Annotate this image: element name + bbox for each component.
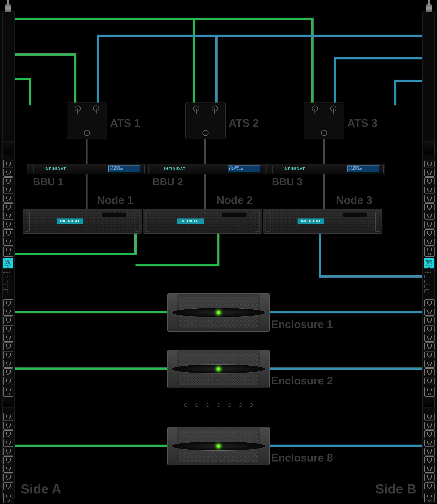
- pdu-b-display: HDOT ALT6 RACK PDU: [424, 258, 434, 268]
- ats-1-input-a: [75, 106, 81, 112]
- pdu-outlet: [424, 169, 435, 177]
- pdu-outlet: [3, 229, 13, 237]
- enclosure-2: [167, 350, 270, 388]
- pdu-outlet: [3, 377, 13, 385]
- pdu-outlet: [3, 247, 13, 257]
- pdu-outlet: [3, 342, 13, 350]
- pdu-outlet: [424, 221, 435, 229]
- bbu-2-label: BBU 2: [152, 176, 183, 187]
- pdu-outlet: [3, 160, 13, 168]
- pdu-outlet: [3, 221, 13, 229]
- enclosure-8-label: Enclosure 8: [271, 451, 333, 464]
- pdu-outlet: [424, 465, 435, 473]
- pdu-outlet: [424, 430, 435, 438]
- bbu-1: INFINIDAT APC MasterSmartUPS 1500: [27, 164, 146, 174]
- enclosure-8: [167, 427, 270, 465]
- enclosure-8-led-icon: [216, 444, 221, 449]
- ats-1-input-b: [93, 106, 99, 112]
- bbu-1-screen: APC MasterSmartUPS 1500: [109, 165, 140, 172]
- pdu-outlet: [424, 474, 435, 481]
- side-b-label: Side B: [375, 481, 416, 496]
- pdu-outlet: [3, 238, 13, 246]
- pdu-outlet: [3, 317, 13, 324]
- bbu-3-label: BBU 3: [272, 176, 302, 187]
- enclosure-1: [167, 293, 270, 332]
- side-a-label: Side A: [21, 481, 61, 496]
- pdu-outlet: [3, 430, 13, 438]
- pdu-outlet: [3, 482, 13, 490]
- pdu-outlet: [424, 377, 435, 385]
- node-2-brand: INFINIDAT: [177, 219, 204, 224]
- ats-2: [185, 103, 226, 139]
- node-3-label: Node 3: [336, 194, 372, 206]
- ats-2-output: [202, 130, 209, 136]
- pdu-outlet: [3, 368, 13, 376]
- pdu-outlet: [3, 360, 13, 368]
- pdu-outlet: [3, 493, 13, 503]
- ellipsis-dots: [180, 403, 257, 407]
- pdu-outlet: [424, 229, 435, 237]
- pdu-b-inlet: [426, 4, 432, 12]
- pdu-outlet: [424, 308, 435, 316]
- bbu-3-screen: APC MasterSmartUPS 1500: [348, 165, 379, 172]
- pdu-outlet: [424, 482, 435, 490]
- pdu-outlet: [3, 325, 13, 333]
- pdu-outlet: [424, 493, 435, 503]
- pdu-outlet: [424, 334, 435, 342]
- pdu-outlet: [424, 299, 435, 307]
- pdu-outlet: [3, 212, 13, 220]
- pdu-outlet: [3, 351, 13, 359]
- ats-2-input-a: [193, 106, 199, 112]
- pdu-side-b: HDOT ALT6 RACK PDU: [422, 11, 436, 499]
- pdu-outlet: [424, 439, 435, 447]
- pdu-outlet: [424, 186, 435, 194]
- node-3-brand: INFINIDAT: [298, 219, 324, 224]
- pdu-outlet: [3, 195, 13, 203]
- pdu-a-breaker-top: [3, 141, 13, 155]
- node-2-label: Node 2: [217, 194, 253, 206]
- pdu-outlet: [3, 422, 13, 429]
- ats-3-input-a: [312, 106, 318, 112]
- pdu-outlet: [424, 448, 435, 456]
- pdu-outlet: [3, 299, 13, 307]
- ats-2-label: ATS 2: [229, 116, 259, 129]
- pdu-outlet: [424, 342, 435, 350]
- node-1: INFINIDAT: [23, 209, 141, 233]
- ats-1-output: [84, 130, 90, 136]
- pdu-a-inlet: [5, 4, 11, 12]
- pdu-b-controls: [424, 271, 434, 294]
- ats-3-label: ATS 3: [347, 116, 377, 129]
- ats-1: [67, 103, 107, 139]
- ats-1-label: ATS 1: [110, 116, 140, 129]
- pdu-b-breaker-top: [424, 141, 435, 155]
- pdu-outlet: [3, 474, 13, 481]
- node-2: INFINIDAT: [143, 209, 262, 233]
- pdu-outlet: [424, 203, 435, 211]
- pdu-outlet: [3, 334, 13, 342]
- pdu-side-a: HDOT ALT6 RACK PDU: [1, 11, 15, 499]
- ats-3-input-b: [330, 106, 336, 112]
- pdu-outlet: [3, 203, 13, 211]
- bbu-3-brand: INFINIDAT: [283, 167, 305, 171]
- pdu-outlet: [424, 360, 435, 368]
- pdu-outlet: [3, 177, 13, 185]
- pdu-outlet: [424, 212, 435, 220]
- bbu-2-screen: APC MasterSmartUPS 1500: [228, 165, 260, 172]
- pdu-outlet: [424, 456, 435, 464]
- pdu-outlet: [3, 465, 13, 473]
- pdu-outlet: [424, 351, 435, 359]
- pdu-outlet: [3, 439, 13, 447]
- bbu-2: INFINIDAT APC MasterSmartUPS 1500: [147, 164, 266, 174]
- pdu-outlet: [424, 317, 435, 324]
- pdu-outlet: [3, 387, 13, 397]
- pdu-a-display: HDOT ALT6 RACK PDU: [3, 258, 13, 268]
- node-1-label: Node 1: [97, 194, 133, 206]
- pdu-outlet: [424, 325, 435, 333]
- pdu-outlet: [3, 413, 13, 421]
- enclosure-2-led-icon: [216, 366, 221, 372]
- pdu-outlet: [424, 195, 435, 203]
- ats-3: [304, 103, 344, 139]
- node-1-brand: INFINIDAT: [57, 219, 83, 224]
- pdu-outlet: [3, 448, 13, 456]
- enclosure-1-label: Enclosure 1: [271, 318, 333, 330]
